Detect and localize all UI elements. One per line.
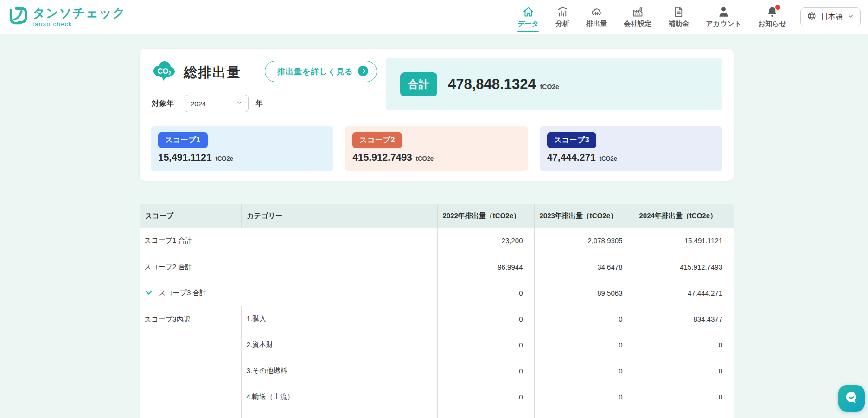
factory-icon — [632, 6, 644, 19]
scope3-collapse-chevron-icon[interactable] — [144, 288, 153, 297]
globe-icon — [807, 11, 817, 23]
cell-2024: 0 — [634, 384, 734, 410]
row-label: スコープ2 合計 — [140, 254, 437, 280]
nav-item-subsidy[interactable]: 補助金 — [668, 3, 689, 32]
cell-2023: 89.5063 — [534, 280, 634, 306]
cell-2024: 0 — [634, 332, 734, 358]
scope2-card: スコープ2 415,912.7493 tCO2e — [345, 126, 528, 171]
main-nav: データ 分析 排出量 — [517, 3, 786, 32]
cell-2024: 15,491.1121 — [634, 228, 734, 254]
leaf-logo-icon — [6, 6, 28, 29]
table-row-scope3-total[interactable]: スコープ3 合計 0 89.5063 47,444.271 — [140, 280, 734, 306]
cell-2024: 47,444.271 — [634, 280, 734, 306]
nav-item-label: データ — [517, 19, 539, 28]
analytics-icon — [556, 6, 569, 19]
total-emissions-value: 478,848.1324 — [448, 76, 536, 93]
notification-badge-dot — [775, 5, 780, 10]
notifications-bell-icon — [766, 6, 779, 19]
cell-category: 4.輸送（上流） — [241, 384, 437, 410]
cell-2024: 0 — [634, 358, 734, 384]
chat-support-button[interactable] — [838, 385, 865, 412]
nav-item-account[interactable]: アカウント — [706, 3, 741, 32]
table-row-scope3-breakdown-1: スコープ3内訳 1.購入 0 0 834.4377 — [140, 306, 734, 332]
nav-item-label: 排出量 — [586, 19, 607, 28]
cell-2022: 0 — [437, 332, 534, 358]
total-emissions-card: CO2 総排出量 排出量を詳しく見る 合計 478,848.1324 tCO2e… — [140, 49, 734, 181]
col-header-2024: 2024年排出量（tCO2e） — [634, 204, 734, 228]
page-title: 総排出量 — [184, 64, 241, 82]
cell-2023: 0 — [534, 306, 634, 332]
brand-logo[interactable]: タンソチェック tanso check — [6, 6, 125, 29]
brand-subtitle: tanso check — [32, 21, 125, 27]
app-root: タンソチェック tanso check データ — [0, 0, 868, 418]
year-select-value: 2024 — [191, 100, 206, 108]
scope2-value: 415,912.7493 — [352, 152, 412, 163]
scope2-badge: スコープ2 — [352, 132, 402, 148]
cell-2022: 0 — [437, 280, 534, 306]
cell-2023: 2,078.9305 — [534, 228, 634, 254]
cell-category: 3.その他燃料 — [241, 358, 437, 384]
table-row-scope2-total: スコープ2 合計 96.9944 34.6478 415,912.7493 — [140, 254, 734, 280]
scope3-badge: スコープ3 — [547, 132, 597, 148]
language-selector[interactable]: 日本語 — [800, 7, 861, 26]
col-header-2023: 2023年排出量（tCO2e） — [534, 204, 634, 228]
year-unit-label: 年 — [255, 99, 263, 109]
nav-item-label: 会社設定 — [624, 19, 651, 28]
view-emissions-detail-button[interactable]: 排出量を詳しく見る — [265, 61, 377, 82]
nav-item-label: 補助金 — [668, 19, 689, 28]
cell-2022: 0 — [437, 306, 534, 332]
account-person-icon — [717, 6, 730, 19]
cell-2024: 834.4377 — [634, 306, 734, 332]
total-emissions-unit: tCO2e — [540, 83, 559, 90]
language-label: 日本語 — [821, 12, 843, 22]
nav-item-notifications[interactable]: お知らせ — [758, 3, 786, 32]
emissions-cloud-icon — [590, 6, 603, 19]
total-badge: 合計 — [400, 72, 437, 96]
nav-item-label: 分析 — [555, 19, 569, 28]
co2-cloud-icon: CO2 — [151, 58, 178, 87]
cell-2022: 23,200 — [437, 228, 534, 254]
scope2-unit: tCO2e — [416, 155, 434, 162]
col-header-scope: スコープ — [140, 204, 241, 228]
col-header-2022: 2022年排出量（tCO2e） — [437, 204, 534, 228]
total-panel: 合計 478,848.1324 tCO2e — [386, 58, 722, 110]
cell-2022: 0 — [437, 358, 534, 384]
scope1-badge: スコープ1 — [158, 132, 208, 148]
nav-item-analytics[interactable]: 分析 — [555, 3, 569, 32]
nav-item-company-settings[interactable]: 会社設定 — [624, 3, 651, 32]
col-header-category: カテゴリー — [241, 204, 437, 228]
cell-2023: 0 — [534, 332, 634, 358]
cell-2024: 415,912.7493 — [634, 254, 734, 280]
scope1-value: 15,491.1121 — [158, 152, 212, 163]
cell-2023: 34.6478 — [534, 254, 634, 280]
cell-category: 1.購入 — [241, 306, 437, 332]
scope1-card: スコープ1 15,491.1121 tCO2e — [151, 126, 333, 171]
cell-category: 2.資本財 — [241, 332, 437, 358]
row-label: スコープ3 合計 — [159, 289, 207, 297]
top-bar: タンソチェック tanso check データ — [0, 0, 868, 34]
target-year-row: 対象年 2024 年 — [152, 95, 263, 112]
scope-cards-row: スコープ1 15,491.1121 tCO2e スコープ2 415,912.74… — [151, 126, 722, 171]
nav-item-label: お知らせ — [758, 19, 786, 28]
nav-item-label: アカウント — [706, 19, 741, 28]
year-select[interactable]: 2024 — [185, 95, 249, 112]
scope3-breakdown-label: スコープ3内訳 — [140, 306, 241, 418]
row-label: スコープ1 合計 — [140, 228, 437, 254]
subsidy-document-icon — [672, 6, 685, 19]
nav-item-data[interactable]: データ — [517, 3, 539, 32]
table-header-row: スコープ カテゴリー 2022年排出量（tCO2e） 2023年排出量（tCO2… — [140, 204, 734, 228]
arrow-right-circle-icon — [358, 66, 368, 77]
cell-2023: 0 — [534, 358, 634, 384]
brand-name: タンソチェック — [32, 7, 125, 19]
scope3-card: スコープ3 47,444.271 tCO2e — [540, 126, 722, 171]
target-year-label: 対象年 — [152, 99, 174, 109]
cell-2022: 0 — [437, 384, 534, 410]
scope3-unit: tCO2e — [600, 155, 617, 162]
table-row-scope1-total: スコープ1 合計 23,200 2,078.9305 15,491.1121 — [140, 228, 734, 254]
detail-button-label: 排出量を詳しく見る — [277, 66, 353, 77]
nav-item-emissions[interactable]: 排出量 — [586, 3, 607, 32]
cell-2023: 0 — [534, 384, 634, 410]
cell-2022: 96.9944 — [437, 254, 534, 280]
emissions-table: スコープ カテゴリー 2022年排出量（tCO2e） 2023年排出量（tCO2… — [140, 204, 734, 418]
home-icon — [522, 6, 535, 19]
